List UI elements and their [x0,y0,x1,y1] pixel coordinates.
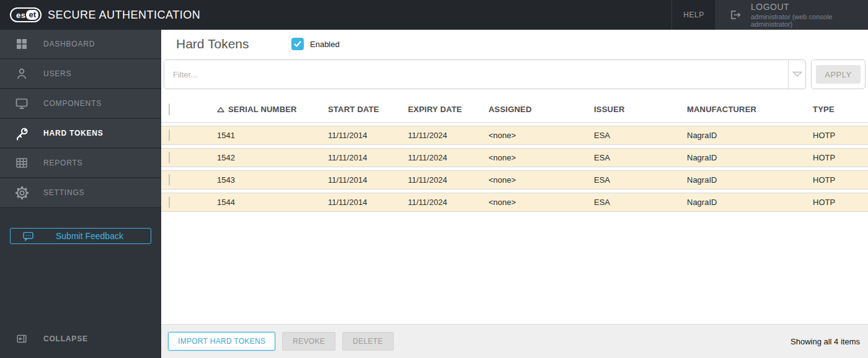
sidebar-item-label: REPORTS [43,159,82,167]
revoke-button[interactable]: REVOKE [282,332,335,351]
eset-logo: es et [10,7,42,22]
delete-button[interactable]: DELETE [342,332,393,351]
submit-feedback-button[interactable]: Submit Feedback [10,228,151,244]
sidebar-item-components[interactable]: COMPONENTS [0,89,161,119]
brand: es et SECURE AUTHENTICATION [0,0,671,30]
cell-serial: 1542 [217,153,328,162]
sort-ascending-icon [217,107,224,113]
filter-row: APPLY [164,59,866,89]
items-count-status: Showing all 4 items [790,337,860,346]
cell-expiry-date: 11/11/2024 [408,198,489,207]
table-body: 1541 11/11/2014 11/11/2024 <none> ESA Na… [161,123,868,324]
feedback-icon [22,230,35,243]
collapse-button[interactable]: COLLAPSE [0,328,161,349]
apply-button-container: APPLY [811,59,866,89]
column-header-assigned[interactable]: ASSIGNED [489,105,594,114]
sidebar-item-dashboard[interactable]: DASHBOARD [0,30,161,59]
table-row[interactable]: 1543 11/11/2014 11/11/2024 <none> ESA Na… [161,170,868,190]
title-row: Hard Tokens Enabled [161,30,868,58]
help-button[interactable]: HELP [671,0,716,30]
apply-button[interactable]: APPLY [816,65,861,84]
sidebar-item-settings[interactable]: SETTINGS [0,178,161,208]
select-all-checkbox-cell [161,104,217,115]
gear-icon [14,185,30,201]
cell-issuer: ESA [594,131,687,140]
cell-start-date: 11/11/2014 [328,175,408,185]
sidebar-item-label: COMPONENTS [43,99,102,108]
logout-user: administrator (web console administrator… [751,13,868,28]
column-header-start-date[interactable]: START DATE [328,105,408,114]
cell-expiry-date: 11/11/2024 [408,131,489,140]
dashboard-icon [14,37,30,51]
column-header-type[interactable]: TYPE [813,105,868,114]
cell-start-date: 11/11/2014 [328,131,408,140]
logout-icon [728,8,742,22]
app-window: es et SECURE AUTHENTICATION HELP LOGOUT … [0,0,868,358]
column-header-expiry-date[interactable]: EXPIRY DATE [408,105,489,114]
cell-assigned: <none> [489,175,594,185]
cell-type: HOTP [813,131,868,140]
cell-manufacturer: NagraID [687,153,813,162]
column-header-issuer[interactable]: ISSUER [594,105,687,114]
logout-label: LOGOUT [751,2,868,12]
cell-issuer: ESA [594,175,687,185]
sidebar-item-reports[interactable]: REPORTS [0,149,161,178]
row-checkbox[interactable] [169,152,170,164]
sidebar-item-label: SETTINGS [43,188,84,197]
cell-type: HOTP [813,175,868,185]
cell-start-date: 11/11/2014 [328,198,408,207]
users-icon [14,66,30,81]
cell-type: HOTP [813,153,868,162]
row-checkbox[interactable] [169,196,170,208]
column-header-serial-number[interactable]: SERIAL NUMBER [217,105,328,114]
cell-manufacturer: NagraID [687,198,813,207]
cell-expiry-date: 11/11/2024 [408,153,489,162]
cell-manufacturer: NagraID [687,175,813,185]
cell-assigned: <none> [489,153,594,162]
cell-serial: 1541 [217,131,328,140]
chevron-down-icon [792,71,802,77]
table-row[interactable]: 1542 11/11/2014 11/11/2024 <none> ESA Na… [161,148,868,167]
sidebar-item-users[interactable]: USERS [0,59,161,89]
table-header: SERIAL NUMBER START DATE EXPIRY DATE ASS… [161,97,868,123]
filter-dropdown-button[interactable] [788,60,805,89]
filter-box [164,59,806,89]
enabled-label: Enabled [310,40,340,49]
main-content: Hard Tokens Enabled [161,30,868,358]
footer-bar: IMPORT HARD TOKENS REVOKE DELETE Showing… [161,324,868,358]
filter-input[interactable] [164,60,788,89]
cell-expiry-date: 11/11/2024 [408,175,489,185]
logout-button[interactable]: LOGOUT administrator (web console admini… [716,0,868,30]
feedback-label: Submit Feedback [56,231,123,241]
key-icon [14,126,30,141]
table-row[interactable]: 1541 11/11/2014 11/11/2024 <none> ESA Na… [161,126,868,145]
collapse-label: COLLAPSE [43,334,88,343]
select-all-checkbox[interactable] [169,103,170,115]
cell-serial: 1543 [217,175,328,185]
import-hard-tokens-button[interactable]: IMPORT HARD TOKENS [168,332,275,351]
sidebar-item-label: USERS [43,69,71,78]
cell-assigned: <none> [489,198,594,207]
reports-icon [14,155,30,170]
row-checkbox[interactable] [169,129,170,141]
logout-texts: LOGOUT administrator (web console admini… [751,2,868,28]
cell-issuer: ESA [594,198,687,207]
cell-manufacturer: NagraID [687,131,813,140]
cell-start-date: 11/11/2014 [328,153,408,162]
sidebar-item-hard-tokens[interactable]: HARD TOKENS [0,119,161,149]
cell-assigned: <none> [489,131,594,140]
column-header-manufacturer[interactable]: MANUFACTURER [687,105,813,114]
enabled-checkbox[interactable] [291,38,304,50]
help-label: HELP [683,11,704,19]
sidebar-item-label: HARD TOKENS [43,129,104,138]
cell-serial: 1544 [217,198,328,207]
monitor-icon [14,96,30,111]
cell-type: HOTP [813,198,868,207]
eset-logo-text: es [16,11,25,20]
table-row[interactable]: 1544 11/11/2014 11/11/2024 <none> ESA Na… [161,193,868,212]
cell-issuer: ESA [594,153,687,162]
app-title: SECURE AUTHENTICATION [48,9,200,22]
sidebar: DASHBOARD USERS COMPON [0,30,161,358]
row-checkbox[interactable] [169,174,170,186]
eset-logo-text-boxed: et [26,10,38,20]
